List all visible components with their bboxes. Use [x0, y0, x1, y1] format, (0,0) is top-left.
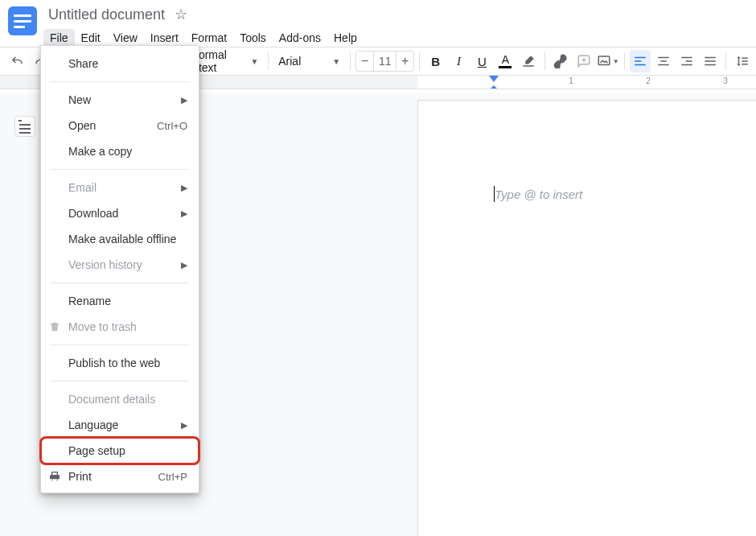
ruler-number: 1	[569, 76, 573, 85]
indent-marker-icon[interactable]	[489, 76, 499, 82]
menu-item-label: Page setup	[68, 444, 125, 457]
italic-button[interactable]: I	[448, 50, 470, 72]
underline-button[interactable]: U	[471, 50, 493, 72]
file-menu-rename[interactable]: Rename	[41, 288, 199, 314]
menu-item-label: Language	[68, 418, 118, 431]
menu-item-label: Make a copy	[68, 145, 132, 158]
line-spacing-button[interactable]	[731, 50, 753, 72]
file-menu-new[interactable]: New ▶	[41, 87, 199, 113]
menu-item-label: Open	[68, 119, 96, 132]
submenu-arrow-icon: ▶	[181, 95, 187, 105]
file-menu-version-history[interactable]: Version history ▶	[41, 252, 199, 278]
file-menu-publish-web[interactable]: Publish to the web	[41, 350, 199, 376]
align-right-button[interactable]	[676, 50, 697, 72]
insert-link-button[interactable]	[550, 50, 572, 72]
file-menu-open[interactable]: Open Ctrl+O	[41, 113, 199, 138]
menu-item-shortcut: Ctrl+O	[157, 120, 187, 132]
text-color-swatch	[499, 66, 512, 68]
submenu-arrow-icon: ▶	[181, 420, 187, 431]
menu-item-label: Publish to the web	[68, 357, 160, 369]
font-size-increase-button[interactable]: +	[396, 54, 413, 68]
align-center-button[interactable]	[652, 50, 674, 72]
menu-item-label: Share	[68, 57, 98, 70]
show-outline-button[interactable]	[14, 116, 35, 137]
menu-item-label: Rename	[68, 295, 111, 307]
submenu-arrow-icon: ▶	[181, 260, 187, 270]
file-menu-email[interactable]: Email ▶	[41, 175, 199, 200]
caret-down-icon: ▼	[332, 57, 340, 66]
menu-item-label: Make available offline	[68, 233, 176, 245]
menu-item-label: New	[68, 93, 91, 106]
text-color-button[interactable]: A	[495, 50, 516, 72]
menu-item-label: Email	[68, 181, 97, 194]
document-page[interactable]: Type @ to insert	[417, 100, 756, 536]
svg-rect-0	[598, 56, 610, 65]
file-menu-make-copy[interactable]: Make a copy	[41, 138, 199, 164]
ruler-number: 3	[723, 76, 728, 85]
file-menu-download[interactable]: Download ▶	[41, 200, 199, 226]
document-title[interactable]: Untitled document	[43, 6, 170, 23]
align-left-button[interactable]	[630, 50, 651, 72]
file-menu-make-offline[interactable]: Make available offline	[41, 226, 199, 252]
trash-icon	[48, 320, 61, 333]
menu-item-shortcut: Ctrl+P	[158, 471, 187, 483]
menu-item-label: Version history	[68, 258, 142, 271]
text-color-letter: A	[502, 54, 509, 65]
paragraph-style-dropdown[interactable]: ormal text ▼	[194, 50, 263, 72]
menu-item-label: Document details	[68, 393, 155, 406]
font-size-value[interactable]: 11	[373, 52, 396, 71]
paragraph-style-value: ormal text	[199, 48, 245, 74]
insert-image-button[interactable]: ▼	[597, 50, 619, 72]
ruler-number: 2	[646, 76, 651, 85]
font-family-value: Arial	[278, 55, 301, 68]
file-menu-document-details[interactable]: Document details	[41, 386, 199, 412]
font-size-stepper: − 11 +	[355, 51, 414, 72]
highlight-color-button[interactable]	[518, 50, 540, 72]
submenu-arrow-icon: ▶	[181, 183, 187, 193]
docs-logo-icon[interactable]	[8, 6, 37, 35]
file-menu-share[interactable]: Share	[41, 51, 199, 76]
menu-tools[interactable]: Tools	[233, 29, 273, 47]
menu-item-label: Download	[68, 207, 118, 220]
menu-addons[interactable]: Add-ons	[273, 29, 327, 47]
star-icon[interactable]: ☆	[175, 6, 187, 23]
file-menu-move-to-trash[interactable]: Move to trash	[41, 314, 199, 340]
file-menu-dropdown: Share New ▶ Open Ctrl+O Make a copy Emai…	[40, 45, 199, 493]
menu-item-label: Move to trash	[68, 320, 137, 333]
menu-item-label: Print	[68, 470, 92, 483]
editor-placeholder: Type @ to insert	[495, 188, 582, 201]
caret-down-icon: ▼	[250, 57, 258, 66]
font-size-decrease-button[interactable]: −	[356, 54, 373, 68]
undo-button[interactable]	[6, 50, 28, 72]
print-icon	[48, 470, 61, 483]
file-menu-print[interactable]: Print Ctrl+P	[41, 464, 199, 489]
add-comment-button[interactable]	[573, 50, 595, 72]
app-header: Untitled document ☆ File Edit View Inser…	[0, 0, 756, 47]
file-menu-page-setup[interactable]: Page setup	[41, 438, 199, 464]
font-family-dropdown[interactable]: Arial ▼	[273, 50, 345, 72]
menu-help[interactable]: Help	[327, 29, 364, 47]
bold-button[interactable]: B	[425, 50, 446, 72]
submenu-arrow-icon: ▶	[181, 208, 187, 219]
file-menu-language[interactable]: Language ▶	[41, 412, 199, 438]
align-justify-button[interactable]	[699, 50, 721, 72]
caret-down-icon: ▼	[613, 58, 619, 65]
